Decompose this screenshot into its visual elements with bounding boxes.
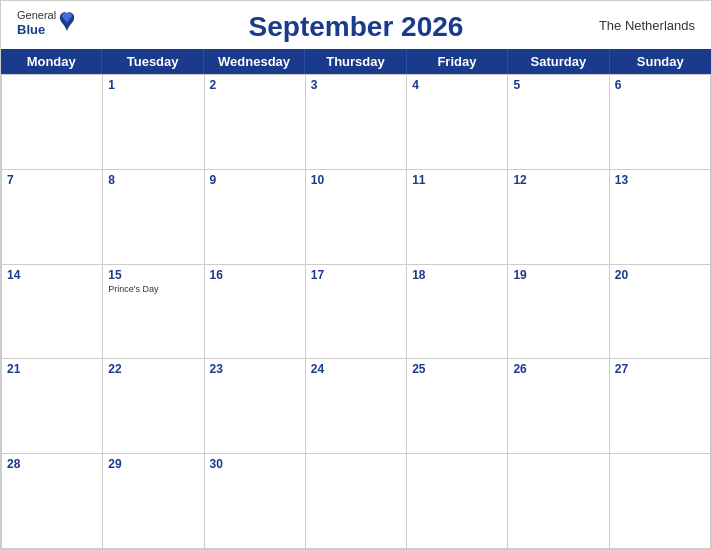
calendar-cell: 6 [610,75,711,170]
calendar-cell [306,454,407,549]
calendar-cell: 3 [306,75,407,170]
cell-date: 8 [108,173,198,187]
calendar-cell: 13 [610,170,711,265]
cell-date: 1 [108,78,198,92]
day-header-wednesday: Wednesday [204,49,305,74]
logo-blue: Blue [17,22,56,38]
cell-date: 16 [210,268,300,282]
calendar-cell: 26 [508,359,609,454]
calendar-cell: 29 [103,454,204,549]
calendar-cell: 16 [205,265,306,360]
calendar-cell: 18 [407,265,508,360]
calendar-cell: 4 [407,75,508,170]
day-headers: Monday Tuesday Wednesday Thursday Friday… [1,49,711,74]
cell-date: 26 [513,362,603,376]
day-header-thursday: Thursday [305,49,406,74]
calendar-cell: 28 [2,454,103,549]
cell-date: 15 [108,268,198,282]
country-label: The Netherlands [599,18,695,33]
calendar-cell: 14 [2,265,103,360]
calendar-cell: 23 [205,359,306,454]
calendar-cell: 5 [508,75,609,170]
cell-date: 25 [412,362,502,376]
cell-date: 22 [108,362,198,376]
calendar-cell: 24 [306,359,407,454]
calendar-cell: 22 [103,359,204,454]
calendar-cell: 9 [205,170,306,265]
cell-date: 9 [210,173,300,187]
calendar-cell: 8 [103,170,204,265]
day-header-sunday: Sunday [610,49,711,74]
cell-date: 4 [412,78,502,92]
calendar-cell [610,454,711,549]
cell-date: 13 [615,173,705,187]
cell-date: 20 [615,268,705,282]
cell-date: 24 [311,362,401,376]
logo: General Blue [17,9,76,38]
cell-date: 28 [7,457,97,471]
cell-date: 12 [513,173,603,187]
calendar-container: General Blue September 2026 The Netherla… [0,0,712,550]
calendar-cell [407,454,508,549]
calendar-cell: 27 [610,359,711,454]
cell-date: 29 [108,457,198,471]
cell-date: 5 [513,78,603,92]
calendar-cell: 19 [508,265,609,360]
calendar-cell: 21 [2,359,103,454]
calendar-cell: 11 [407,170,508,265]
logo-general: General [17,9,56,22]
cell-date: 23 [210,362,300,376]
calendar-cell: 25 [407,359,508,454]
calendar-cell: 30 [205,454,306,549]
cell-date: 7 [7,173,97,187]
month-title: September 2026 [249,11,464,43]
cell-event: Prince's Day [108,284,198,294]
calendar-cell: 7 [2,170,103,265]
cell-date: 30 [210,457,300,471]
day-header-saturday: Saturday [508,49,609,74]
calendar-cell: 12 [508,170,609,265]
calendar-cell [508,454,609,549]
calendar-cell: 10 [306,170,407,265]
cell-date: 6 [615,78,705,92]
calendar-cell [2,75,103,170]
calendar-cell: 20 [610,265,711,360]
cell-date: 2 [210,78,300,92]
calendar-cell: 2 [205,75,306,170]
cell-date: 11 [412,173,502,187]
cell-date: 19 [513,268,603,282]
calendar-cell: 1 [103,75,204,170]
cell-date: 27 [615,362,705,376]
cell-date: 10 [311,173,401,187]
day-header-tuesday: Tuesday [102,49,203,74]
cell-date: 3 [311,78,401,92]
logo-text: General Blue [17,9,56,38]
calendar-cell: 15Prince's Day [103,265,204,360]
day-header-monday: Monday [1,49,102,74]
cell-date: 17 [311,268,401,282]
cell-date: 14 [7,268,97,282]
calendar-cell: 17 [306,265,407,360]
cell-date: 21 [7,362,97,376]
calendar-grid: 123456789101112131415Prince's Day1617181… [1,74,711,549]
cell-date: 18 [412,268,502,282]
calendar-header: General Blue September 2026 The Netherla… [1,1,711,49]
logo-bird-icon [58,11,76,33]
day-header-friday: Friday [407,49,508,74]
